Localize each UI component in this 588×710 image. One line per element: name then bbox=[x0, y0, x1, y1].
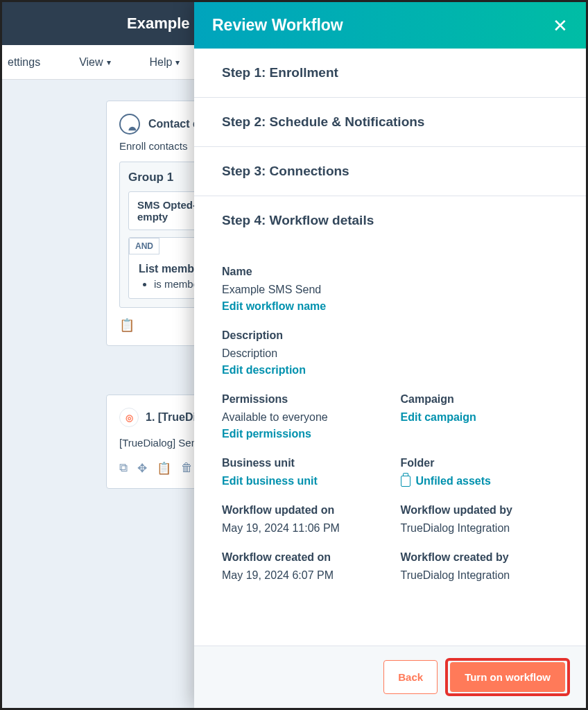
step-4-details[interactable]: Step 4: Workflow details bbox=[194, 196, 586, 245]
edit-permissions-link[interactable]: Edit permissions bbox=[222, 428, 311, 440]
permissions-value: Available to everyone bbox=[222, 411, 380, 424]
edit-name-link[interactable]: Edit workflow name bbox=[222, 300, 326, 312]
permissions-label: Permissions bbox=[222, 393, 380, 406]
close-icon[interactable]: ✕ bbox=[553, 17, 568, 35]
edit-business-unit-link[interactable]: Edit business unit bbox=[222, 475, 318, 487]
move-icon[interactable]: ✥ bbox=[137, 461, 147, 476]
tab-help[interactable]: Help▾ bbox=[144, 56, 186, 69]
turn-on-highlight: Turn on workflow bbox=[447, 660, 568, 694]
description-value: Description bbox=[222, 347, 558, 360]
updated-on-value: May 19, 2024 11:06 PM bbox=[222, 522, 380, 535]
tab-view[interactable]: View▾ bbox=[74, 56, 116, 69]
panel-body: Step 1: Enrollment Step 2: Schedule & No… bbox=[194, 49, 586, 646]
field-created-by: Workflow created by TrueDialog Integrati… bbox=[401, 551, 559, 582]
filter-join: AND bbox=[129, 238, 159, 254]
step-1-enrollment[interactable]: Step 1: Enrollment bbox=[194, 49, 586, 98]
contact-icon bbox=[119, 114, 140, 135]
review-workflow-panel: Review Workflow ✕ Step 1: Enrollment Ste… bbox=[194, 2, 586, 708]
panel-header: Review Workflow ✕ bbox=[194, 2, 586, 49]
step-3-connections[interactable]: Step 3: Connections bbox=[194, 147, 586, 196]
business-unit-label: Business unit bbox=[222, 457, 380, 469]
panel-footer: Back Turn on workflow bbox=[194, 646, 586, 708]
field-name: Name Example SMS Send Edit workflow name bbox=[222, 266, 558, 313]
tab-settings-label: ettings bbox=[8, 56, 40, 69]
folder-label: Folder bbox=[401, 457, 559, 469]
field-created-on: Workflow created on May 19, 2024 6:07 PM bbox=[222, 551, 380, 582]
field-folder: Folder Unfiled assets bbox=[401, 457, 559, 487]
created-on-label: Workflow created on bbox=[222, 551, 380, 564]
field-permissions: Permissions Available to everyone Edit p… bbox=[222, 393, 380, 440]
campaign-label: Campaign bbox=[401, 393, 559, 406]
updated-on-label: Workflow updated on bbox=[222, 504, 380, 517]
chevron-down-icon: ▾ bbox=[107, 58, 111, 67]
field-updated-on: Workflow updated on May 19, 2024 11:06 P… bbox=[222, 504, 380, 535]
file-icon bbox=[401, 476, 410, 487]
updated-by-label: Workflow updated by bbox=[401, 504, 559, 517]
tab-view-label: View bbox=[79, 56, 103, 69]
created-by-value: TrueDialog Integration bbox=[401, 569, 559, 582]
panel-title: Review Workflow bbox=[212, 16, 343, 35]
copy-icon[interactable]: ⧉ bbox=[119, 461, 128, 476]
turn-on-workflow-button[interactable]: Turn on workflow bbox=[450, 662, 565, 692]
edit-campaign-link[interactable]: Edit campaign bbox=[401, 411, 476, 423]
integration-icon: ◎ bbox=[119, 408, 139, 427]
field-updated-by: Workflow updated by TrueDialog Integrati… bbox=[401, 504, 559, 535]
clipboard-icon[interactable]: 📋 bbox=[157, 461, 171, 476]
folder-value: Unfiled assets bbox=[416, 475, 491, 487]
field-business-unit: Business unit Edit business unit bbox=[222, 457, 380, 487]
clipboard-icon[interactable]: 📋 bbox=[119, 318, 135, 333]
field-campaign: Campaign Edit campaign bbox=[401, 393, 559, 440]
tab-settings[interactable]: ettings bbox=[2, 56, 46, 69]
delete-icon[interactable]: 🗑 bbox=[181, 461, 193, 476]
folder-link[interactable]: Unfiled assets bbox=[401, 475, 559, 487]
step-2-schedule[interactable]: Step 2: Schedule & Notifications bbox=[194, 98, 586, 147]
back-button[interactable]: Back bbox=[383, 660, 438, 694]
edit-description-link[interactable]: Edit description bbox=[222, 364, 306, 376]
tab-help-label: Help bbox=[150, 56, 173, 69]
workflow-title: Example S bbox=[127, 15, 204, 33]
chevron-down-icon: ▾ bbox=[175, 58, 180, 67]
updated-by-value: TrueDialog Integration bbox=[401, 522, 559, 535]
description-label: Description bbox=[222, 329, 558, 342]
created-on-value: May 19, 2024 6:07 PM bbox=[222, 569, 380, 582]
step-4-body: Name Example SMS Send Edit workflow name… bbox=[194, 245, 586, 603]
name-value: Example SMS Send bbox=[222, 284, 558, 296]
field-description: Description Description Edit description bbox=[222, 329, 558, 376]
created-by-label: Workflow created by bbox=[401, 551, 559, 564]
name-label: Name bbox=[222, 266, 558, 278]
